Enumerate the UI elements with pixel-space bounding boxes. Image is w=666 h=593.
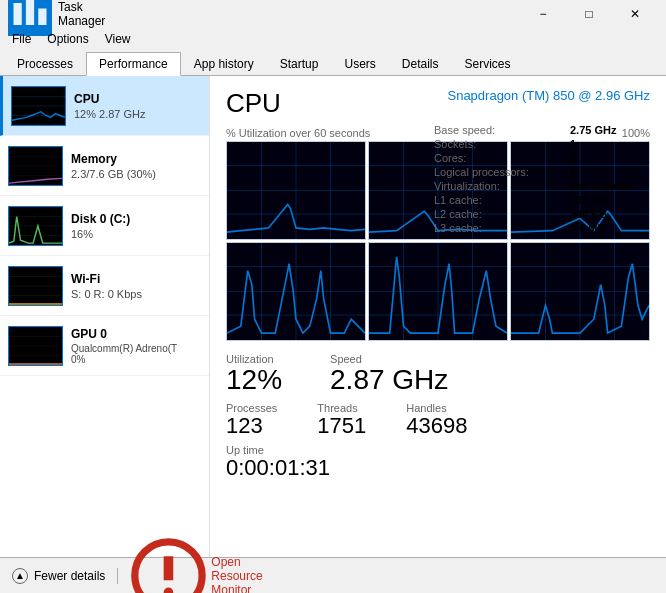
uptime-stat: Up time 0:00:01:31 (226, 444, 650, 480)
sidebar-item-disk[interactable]: Disk 0 (C:) 16% (0, 196, 209, 256)
fewer-details-button[interactable]: ▲ Fewer details (12, 568, 105, 584)
tab-users[interactable]: Users (331, 51, 388, 75)
info-row-logical: Logical processors: 8 (434, 166, 650, 178)
info-key-l1: L1 cache: (434, 194, 554, 206)
main-content: CPU 12% 2.87 GHz Memory 2.3/7.6 GB (30%) (0, 76, 666, 557)
cpu-model: Snapdragon (TM) 850 @ 2.96 GHz (447, 88, 650, 103)
svg-rect-3 (38, 9, 46, 26)
processes-stat: Processes 123 (226, 402, 301, 438)
cpu-info: CPU 12% 2.87 GHz (74, 92, 201, 120)
processes-label: Processes (226, 402, 277, 414)
title-bar-controls: − □ ✕ (520, 0, 658, 28)
sidebar-item-cpu[interactable]: CPU 12% 2.87 GHz (0, 76, 209, 136)
gpu-name: GPU 0 (71, 327, 201, 341)
info-val-virtualization: Not capable (570, 180, 650, 192)
app-title: Task Manager (58, 0, 105, 28)
svg-point-68 (164, 588, 174, 593)
info-row-l2: L2 cache: 384 KB (434, 208, 650, 220)
gpu-mini-graph (8, 326, 63, 366)
info-row-cores: Cores: 8 (434, 152, 650, 164)
tab-startup[interactable]: Startup (267, 51, 332, 75)
menu-file[interactable]: File (4, 30, 39, 48)
minimize-button[interactable]: − (520, 0, 566, 28)
bottom-separator (117, 568, 118, 584)
info-key-virtualization: Virtualization: (434, 180, 554, 192)
fewer-details-label: Fewer details (34, 569, 105, 583)
stats-row: Utilization 12% Speed 2.87 GHz (226, 353, 650, 396)
tab-processes[interactable]: Processes (4, 51, 86, 75)
sidebar-item-gpu[interactable]: GPU 0 Qualcomm(R) Adreno(T 0% (0, 316, 209, 376)
info-row-l3: L3 cache: 4.0 MB (434, 222, 650, 234)
info-val-logical: 8 (570, 166, 650, 178)
cpu-info-table: Base speed: 2.75 GHz Sockets: 1 Cores: 8… (434, 124, 650, 236)
gpu-info: GPU 0 Qualcomm(R) Adreno(T 0% (71, 327, 201, 365)
utilization-value: 12% (226, 365, 282, 396)
stats-row-2: Processes 123 Threads 1751 Handles 43698 (226, 402, 650, 438)
gpu-value: Qualcomm(R) Adreno(T 0% (71, 343, 201, 365)
processes-value: 123 (226, 414, 277, 438)
info-val-l2: 384 KB (570, 208, 650, 220)
cpu-graph-5 (368, 242, 508, 341)
menu-view[interactable]: View (97, 30, 139, 48)
svg-rect-1 (14, 3, 22, 25)
info-val-l3: 4.0 MB (570, 222, 650, 234)
tabs: Processes Performance App history Startu… (0, 50, 666, 76)
memory-info: Memory 2.3/7.6 GB (30%) (71, 152, 201, 180)
memory-value: 2.3/7.6 GB (30%) (71, 168, 201, 180)
close-button[interactable]: ✕ (612, 0, 658, 28)
disk-mini-graph (8, 206, 63, 246)
content-header: CPU Snapdragon (TM) 850 @ 2.96 GHz (226, 88, 650, 119)
cpu-title: CPU (226, 88, 281, 119)
cpu-value: 12% 2.87 GHz (74, 108, 201, 120)
svg-rect-2 (26, 0, 34, 25)
disk-info: Disk 0 (C:) 16% (71, 212, 201, 240)
chevron-up-icon: ▲ (12, 568, 28, 584)
utilization-stat: Utilization 12% (226, 353, 306, 396)
tab-app-history[interactable]: App history (181, 51, 267, 75)
info-key-logical: Logical processors: (434, 166, 554, 178)
sidebar: CPU 12% 2.87 GHz Memory 2.3/7.6 GB (30%) (0, 76, 210, 557)
info-val-sockets: 1 (570, 138, 650, 150)
cpu-graph-4 (226, 242, 366, 341)
threads-label: Threads (317, 402, 366, 414)
bottom-bar: ▲ Fewer details Open Resource Monitor (0, 557, 666, 593)
open-resource-monitor-label: Open Resource Monitor (211, 555, 277, 594)
info-key-sockets: Sockets: (434, 138, 554, 150)
wifi-info: Wi-Fi S: 0 R: 0 Kbps (71, 272, 201, 300)
handles-value: 43698 (406, 414, 467, 438)
handles-label: Handles (406, 402, 467, 414)
info-row-l1: L1 cache: 768 KB (434, 194, 650, 206)
disk-name: Disk 0 (C:) (71, 212, 201, 226)
cpu-mini-graph (11, 86, 66, 126)
threads-value: 1751 (317, 414, 366, 438)
tab-details[interactable]: Details (389, 51, 452, 75)
cpu-detail-panel: CPU Snapdragon (TM) 850 @ 2.96 GHz % Uti… (210, 76, 666, 557)
cpu-graph-6 (510, 242, 650, 341)
tab-services[interactable]: Services (452, 51, 524, 75)
maximize-button[interactable]: □ (566, 0, 612, 28)
info-row-sockets: Sockets: 1 (434, 138, 650, 150)
tab-performance[interactable]: Performance (86, 52, 181, 76)
memory-name: Memory (71, 152, 201, 166)
wifi-mini-graph (8, 266, 63, 306)
speed-value: 2.87 GHz (330, 365, 448, 396)
graph-label-text: % Utilization over 60 seconds (226, 127, 370, 139)
wifi-value: S: 0 R: 0 Kbps (71, 288, 201, 300)
info-val-cores: 8 (570, 152, 650, 164)
info-val-l1: 768 KB (570, 194, 650, 206)
cpu-graph-1 (226, 141, 366, 240)
handles-stat: Handles 43698 (406, 402, 491, 438)
sidebar-item-memory[interactable]: Memory 2.3/7.6 GB (30%) (0, 136, 209, 196)
threads-stat: Threads 1751 (317, 402, 390, 438)
sidebar-item-wifi[interactable]: Wi-Fi S: 0 R: 0 Kbps (0, 256, 209, 316)
resource-monitor-icon (130, 537, 207, 593)
memory-mini-graph (8, 146, 63, 186)
info-key-cores: Cores: (434, 152, 554, 164)
title-bar: Task Manager − □ ✕ (0, 0, 666, 28)
info-key-l3: L3 cache: (434, 222, 554, 234)
disk-value: 16% (71, 228, 201, 240)
info-row-basespeed: Base speed: 2.75 GHz (434, 124, 650, 136)
cpu-name: CPU (74, 92, 201, 106)
menu-options[interactable]: Options (39, 30, 96, 48)
speed-stat: Speed 2.87 GHz (330, 353, 472, 396)
